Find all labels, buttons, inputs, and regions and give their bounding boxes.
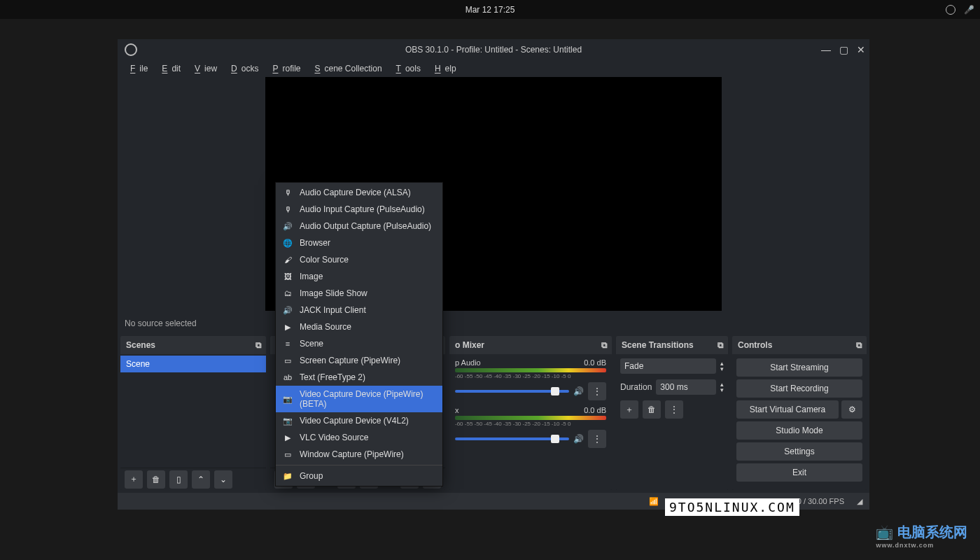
mic-icon: 🎙 (283, 188, 293, 197)
channel-more-button[interactable]: ⋮ (588, 430, 606, 448)
source-type-scene[interactable]: ≡Scene (276, 335, 442, 352)
minimize-button[interactable]: — (821, 44, 831, 55)
source-type-audio-capture-device-alsa-[interactable]: 🎙Audio Capture Device (ALSA) (276, 184, 442, 201)
scene-filter-button[interactable]: ▯ (169, 470, 188, 489)
volume-slider[interactable] (455, 438, 569, 440)
source-type-media-source[interactable]: ▶Media Source (276, 318, 442, 335)
settings-button[interactable]: Settings (736, 442, 862, 461)
add-scene-button[interactable]: ＋ (125, 470, 143, 489)
menu-docks[interactable]: Docks (223, 62, 262, 75)
menu-help[interactable]: Help (426, 62, 461, 75)
menu-scene-collection[interactable]: Scene Collection (306, 62, 386, 75)
spk-icon: 🔊 (283, 306, 293, 315)
source-type-screen-capture-pipewire-[interactable]: ▭Screen Capture (PipeWire) (276, 352, 442, 369)
win-icon: ▭ (283, 450, 293, 459)
source-type-vlc-video-source[interactable]: ▶VLC Video Source (276, 429, 442, 446)
popout-icon[interactable]: ⧉ (856, 340, 862, 350)
source-type-browser[interactable]: 🌐Browser (276, 234, 442, 251)
img-icon: 🖼 (283, 272, 293, 281)
maximize-button[interactable]: ▢ (839, 44, 848, 55)
transition-more-button[interactable]: ⋮ (665, 400, 683, 419)
add-transition-button[interactable]: ＋ (620, 400, 638, 419)
menu-profile[interactable]: Profile (264, 62, 304, 75)
scene-item[interactable]: Scene (120, 356, 266, 372)
desktop-topbar: Mar 12 17:25 🎤 (0, 0, 980, 19)
audio-meter (455, 368, 606, 372)
source-type-color-source[interactable]: 🖌Color Source (276, 251, 442, 268)
source-type-video-capture-device-v4l2-[interactable]: 📷Video Capture Device (V4L2) (276, 412, 442, 429)
cam-icon: 📷 (283, 395, 293, 404)
move-scene-down-button[interactable]: ⌄ (214, 470, 232, 489)
resize-grip-icon[interactable]: ◢ (857, 497, 862, 506)
popout-icon[interactable]: ⧉ (255, 340, 262, 350)
menubar: File Edit View Docks Profile Scene Colle… (118, 60, 869, 77)
start-recording-button[interactable]: Start Recording (736, 379, 862, 398)
move-scene-up-button[interactable]: ⌃ (192, 470, 210, 489)
menu-edit[interactable]: Edit (153, 62, 185, 75)
win-icon: ▭ (283, 356, 293, 365)
exit-button[interactable]: Exit (736, 463, 862, 482)
virtual-camera-settings-button[interactable]: ⚙ (841, 400, 862, 419)
transitions-title: Scene Transitions (622, 340, 694, 350)
source-type-group[interactable]: 📁Group (276, 468, 442, 484)
scenes-panel: Scenes⧉ Scene ＋ 🗑 ▯ ⌃ ⌄ (120, 336, 266, 490)
ab-icon: ab (283, 373, 293, 382)
studio-mode-button[interactable]: Studio Mode (736, 421, 862, 440)
close-button[interactable]: ✕ (857, 44, 865, 55)
channel-more-button[interactable]: ⋮ (588, 382, 606, 400)
obs-app-icon (125, 43, 137, 56)
source-type-audio-input-capture-pulseaudio-[interactable]: 🎙Audio Input Capture (PulseAudio) (276, 201, 442, 218)
mic-icon: 🎙 (283, 205, 293, 214)
start-virtual-camera-button[interactable]: Start Virtual Camera (736, 400, 839, 419)
audio-mixer-panel: o Mixer⧉ p Audio0.0 dB -60 -55 -50 -45 -… (449, 336, 612, 490)
play-icon: ▶ (283, 433, 293, 442)
source-props-row: No source selected ⚙Prope (118, 311, 869, 336)
mic-tray-icon[interactable]: 🎤 (964, 5, 974, 15)
start-streaming-button[interactable]: Start Streaming (736, 358, 862, 377)
speaker-icon[interactable]: 🔊 (573, 434, 584, 444)
delete-transition-button[interactable]: 🗑 (643, 400, 661, 419)
source-type-video-capture-device-pipewire-beta-[interactable]: 📷Video Capture Device (PipeWire) (BETA) (276, 386, 442, 412)
obs-tray-icon[interactable] (946, 5, 955, 15)
source-type-text-freetype-2-[interactable]: abText (FreeType 2) (276, 369, 442, 386)
system-tray: 🎤 (946, 5, 974, 15)
source-type-image-slide-show[interactable]: 🗂Image Slide Show (276, 285, 442, 302)
menu-view[interactable]: View (186, 62, 221, 75)
cam-icon: 📷 (283, 416, 293, 426)
spk-icon: 🔊 (283, 222, 293, 231)
play-icon: ▶ (283, 323, 293, 332)
menu-tools[interactable]: Tools (388, 62, 425, 75)
popout-icon[interactable]: ⧉ (718, 340, 724, 350)
popout-icon[interactable]: ⧉ (601, 340, 608, 350)
speaker-icon[interactable]: 🔊 (573, 386, 584, 396)
source-type-jack-input-client[interactable]: 🔊JACK Input Client (276, 302, 442, 318)
spinner-icon[interactable]: ▴▾ (720, 360, 724, 372)
folder-icon: 📁 (283, 472, 293, 481)
transition-select[interactable]: Fade (620, 358, 716, 374)
watermark-dnxtw: 📺 电脑系统网 www.dnxtw.com (876, 523, 967, 549)
imgs-icon: 🗂 (283, 289, 293, 298)
scenes-title: Scenes (126, 340, 155, 350)
network-icon: 📶 (649, 497, 659, 506)
menu-file[interactable]: File (122, 62, 152, 75)
window-title: OBS 30.1.0 - Profile: Untitled - Scenes:… (405, 45, 582, 55)
list-icon: ≡ (283, 340, 293, 348)
delete-scene-button[interactable]: 🗑 (147, 470, 165, 489)
spinner-icon[interactable]: ▴▾ (720, 382, 724, 393)
mixer-title: o Mixer (455, 340, 484, 350)
no-source-label: No source selected (125, 318, 197, 328)
controls-title: Controls (738, 340, 772, 350)
globe-icon: 🌐 (283, 239, 293, 248)
brush-icon: 🖌 (283, 255, 293, 264)
volume-slider[interactable] (455, 390, 569, 393)
titlebar: OBS 30.1.0 - Profile: Untitled - Scenes:… (118, 39, 869, 60)
source-type-window-capture-pipewire-[interactable]: ▭Window Capture (PipeWire) (276, 446, 442, 463)
controls-panel: Controls⧉ Start Streaming Start Recordin… (732, 336, 867, 490)
audio-meter (455, 416, 606, 420)
source-type-image[interactable]: 🖼Image (276, 268, 442, 285)
duration-input[interactable]: 300 ms (656, 379, 716, 395)
source-type-audio-output-capture-pulseaudio-[interactable]: 🔊Audio Output Capture (PulseAudio) (276, 218, 442, 234)
preview-area (118, 77, 869, 311)
mixer-channel-1: x0.0 dB -60 -55 -50 -45 -40 -35 -30 -25 … (449, 403, 612, 451)
mixer-channel-0: p Audio0.0 dB -60 -55 -50 -45 -40 -35 -3… (449, 356, 612, 403)
